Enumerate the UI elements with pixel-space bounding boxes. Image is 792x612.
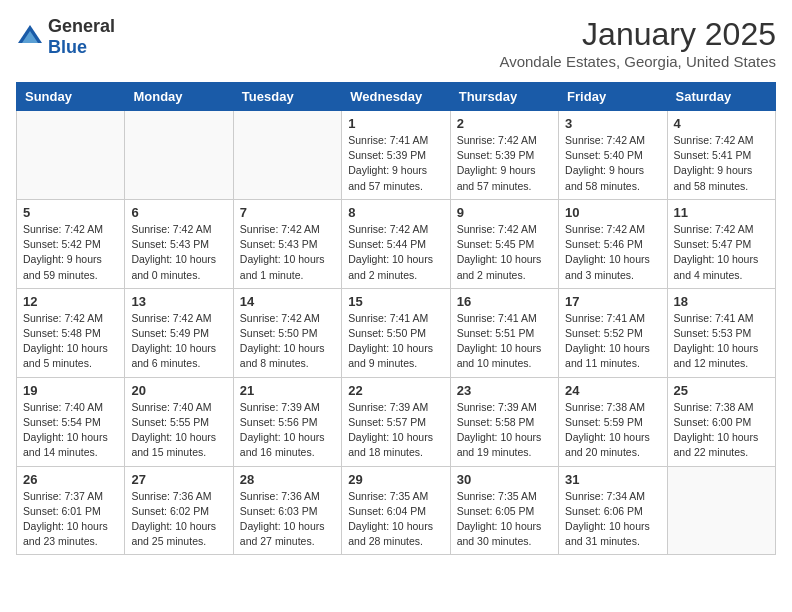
title-block: January 2025 Avondale Estates, Georgia, … <box>499 16 776 70</box>
calendar-cell: 16Sunrise: 7:41 AM Sunset: 5:51 PM Dayli… <box>450 288 558 377</box>
day-number: 7 <box>240 205 335 220</box>
calendar-cell: 27Sunrise: 7:36 AM Sunset: 6:02 PM Dayli… <box>125 466 233 555</box>
day-number: 16 <box>457 294 552 309</box>
day-info: Sunrise: 7:42 AM Sunset: 5:50 PM Dayligh… <box>240 311 335 372</box>
day-number: 15 <box>348 294 443 309</box>
day-info: Sunrise: 7:41 AM Sunset: 5:50 PM Dayligh… <box>348 311 443 372</box>
calendar-cell: 9Sunrise: 7:42 AM Sunset: 5:45 PM Daylig… <box>450 199 558 288</box>
calendar-cell: 23Sunrise: 7:39 AM Sunset: 5:58 PM Dayli… <box>450 377 558 466</box>
day-number: 17 <box>565 294 660 309</box>
calendar-cell: 28Sunrise: 7:36 AM Sunset: 6:03 PM Dayli… <box>233 466 341 555</box>
day-number: 26 <box>23 472 118 487</box>
calendar-cell: 6Sunrise: 7:42 AM Sunset: 5:43 PM Daylig… <box>125 199 233 288</box>
day-header-thursday: Thursday <box>450 83 558 111</box>
day-info: Sunrise: 7:42 AM Sunset: 5:43 PM Dayligh… <box>240 222 335 283</box>
day-info: Sunrise: 7:39 AM Sunset: 5:56 PM Dayligh… <box>240 400 335 461</box>
day-info: Sunrise: 7:42 AM Sunset: 5:46 PM Dayligh… <box>565 222 660 283</box>
day-info: Sunrise: 7:34 AM Sunset: 6:06 PM Dayligh… <box>565 489 660 550</box>
calendar-cell: 31Sunrise: 7:34 AM Sunset: 6:06 PM Dayli… <box>559 466 667 555</box>
logo-icon <box>16 23 44 51</box>
day-number: 2 <box>457 116 552 131</box>
calendar-week-row: 12Sunrise: 7:42 AM Sunset: 5:48 PM Dayli… <box>17 288 776 377</box>
day-number: 31 <box>565 472 660 487</box>
day-number: 4 <box>674 116 769 131</box>
day-number: 23 <box>457 383 552 398</box>
day-info: Sunrise: 7:42 AM Sunset: 5:39 PM Dayligh… <box>457 133 552 194</box>
logo-general: General <box>48 16 115 36</box>
day-info: Sunrise: 7:36 AM Sunset: 6:03 PM Dayligh… <box>240 489 335 550</box>
calendar-week-row: 19Sunrise: 7:40 AM Sunset: 5:54 PM Dayli… <box>17 377 776 466</box>
calendar-cell: 10Sunrise: 7:42 AM Sunset: 5:46 PM Dayli… <box>559 199 667 288</box>
day-number: 19 <box>23 383 118 398</box>
day-number: 24 <box>565 383 660 398</box>
day-number: 29 <box>348 472 443 487</box>
day-number: 27 <box>131 472 226 487</box>
day-header-tuesday: Tuesday <box>233 83 341 111</box>
day-number: 5 <box>23 205 118 220</box>
day-info: Sunrise: 7:42 AM Sunset: 5:42 PM Dayligh… <box>23 222 118 283</box>
day-number: 13 <box>131 294 226 309</box>
day-info: Sunrise: 7:35 AM Sunset: 6:05 PM Dayligh… <box>457 489 552 550</box>
day-info: Sunrise: 7:41 AM Sunset: 5:53 PM Dayligh… <box>674 311 769 372</box>
calendar-cell: 25Sunrise: 7:38 AM Sunset: 6:00 PM Dayli… <box>667 377 775 466</box>
day-number: 12 <box>23 294 118 309</box>
day-info: Sunrise: 7:41 AM Sunset: 5:51 PM Dayligh… <box>457 311 552 372</box>
calendar-cell: 14Sunrise: 7:42 AM Sunset: 5:50 PM Dayli… <box>233 288 341 377</box>
day-info: Sunrise: 7:42 AM Sunset: 5:44 PM Dayligh… <box>348 222 443 283</box>
calendar-cell: 30Sunrise: 7:35 AM Sunset: 6:05 PM Dayli… <box>450 466 558 555</box>
calendar-table: SundayMondayTuesdayWednesdayThursdayFrid… <box>16 82 776 555</box>
calendar-cell: 11Sunrise: 7:42 AM Sunset: 5:47 PM Dayli… <box>667 199 775 288</box>
day-number: 21 <box>240 383 335 398</box>
day-info: Sunrise: 7:40 AM Sunset: 5:55 PM Dayligh… <box>131 400 226 461</box>
day-header-wednesday: Wednesday <box>342 83 450 111</box>
day-number: 28 <box>240 472 335 487</box>
day-info: Sunrise: 7:39 AM Sunset: 5:58 PM Dayligh… <box>457 400 552 461</box>
calendar-title: January 2025 <box>499 16 776 53</box>
day-number: 22 <box>348 383 443 398</box>
day-number: 8 <box>348 205 443 220</box>
calendar-week-row: 5Sunrise: 7:42 AM Sunset: 5:42 PM Daylig… <box>17 199 776 288</box>
day-info: Sunrise: 7:35 AM Sunset: 6:04 PM Dayligh… <box>348 489 443 550</box>
day-header-sunday: Sunday <box>17 83 125 111</box>
day-info: Sunrise: 7:41 AM Sunset: 5:39 PM Dayligh… <box>348 133 443 194</box>
calendar-cell: 7Sunrise: 7:42 AM Sunset: 5:43 PM Daylig… <box>233 199 341 288</box>
calendar-cell <box>17 111 125 200</box>
calendar-cell: 29Sunrise: 7:35 AM Sunset: 6:04 PM Dayli… <box>342 466 450 555</box>
calendar-cell <box>125 111 233 200</box>
calendar-cell: 21Sunrise: 7:39 AM Sunset: 5:56 PM Dayli… <box>233 377 341 466</box>
day-number: 30 <box>457 472 552 487</box>
logo: General Blue <box>16 16 115 58</box>
day-info: Sunrise: 7:37 AM Sunset: 6:01 PM Dayligh… <box>23 489 118 550</box>
day-info: Sunrise: 7:40 AM Sunset: 5:54 PM Dayligh… <box>23 400 118 461</box>
day-info: Sunrise: 7:42 AM Sunset: 5:40 PM Dayligh… <box>565 133 660 194</box>
calendar-cell: 4Sunrise: 7:42 AM Sunset: 5:41 PM Daylig… <box>667 111 775 200</box>
calendar-cell: 3Sunrise: 7:42 AM Sunset: 5:40 PM Daylig… <box>559 111 667 200</box>
calendar-header-row: SundayMondayTuesdayWednesdayThursdayFrid… <box>17 83 776 111</box>
logo-blue: Blue <box>48 37 87 57</box>
day-info: Sunrise: 7:42 AM Sunset: 5:48 PM Dayligh… <box>23 311 118 372</box>
day-info: Sunrise: 7:41 AM Sunset: 5:52 PM Dayligh… <box>565 311 660 372</box>
day-info: Sunrise: 7:42 AM Sunset: 5:41 PM Dayligh… <box>674 133 769 194</box>
calendar-cell: 20Sunrise: 7:40 AM Sunset: 5:55 PM Dayli… <box>125 377 233 466</box>
day-number: 6 <box>131 205 226 220</box>
calendar-subtitle: Avondale Estates, Georgia, United States <box>499 53 776 70</box>
day-header-monday: Monday <box>125 83 233 111</box>
day-info: Sunrise: 7:42 AM Sunset: 5:49 PM Dayligh… <box>131 311 226 372</box>
day-number: 3 <box>565 116 660 131</box>
calendar-cell: 15Sunrise: 7:41 AM Sunset: 5:50 PM Dayli… <box>342 288 450 377</box>
day-info: Sunrise: 7:39 AM Sunset: 5:57 PM Dayligh… <box>348 400 443 461</box>
calendar-cell: 12Sunrise: 7:42 AM Sunset: 5:48 PM Dayli… <box>17 288 125 377</box>
calendar-cell: 19Sunrise: 7:40 AM Sunset: 5:54 PM Dayli… <box>17 377 125 466</box>
day-info: Sunrise: 7:36 AM Sunset: 6:02 PM Dayligh… <box>131 489 226 550</box>
calendar-cell: 2Sunrise: 7:42 AM Sunset: 5:39 PM Daylig… <box>450 111 558 200</box>
day-number: 20 <box>131 383 226 398</box>
calendar-cell: 8Sunrise: 7:42 AM Sunset: 5:44 PM Daylig… <box>342 199 450 288</box>
day-info: Sunrise: 7:38 AM Sunset: 6:00 PM Dayligh… <box>674 400 769 461</box>
day-number: 1 <box>348 116 443 131</box>
calendar-week-row: 1Sunrise: 7:41 AM Sunset: 5:39 PM Daylig… <box>17 111 776 200</box>
day-number: 9 <box>457 205 552 220</box>
calendar-cell: 22Sunrise: 7:39 AM Sunset: 5:57 PM Dayli… <box>342 377 450 466</box>
day-info: Sunrise: 7:42 AM Sunset: 5:45 PM Dayligh… <box>457 222 552 283</box>
calendar-cell: 24Sunrise: 7:38 AM Sunset: 5:59 PM Dayli… <box>559 377 667 466</box>
day-number: 25 <box>674 383 769 398</box>
